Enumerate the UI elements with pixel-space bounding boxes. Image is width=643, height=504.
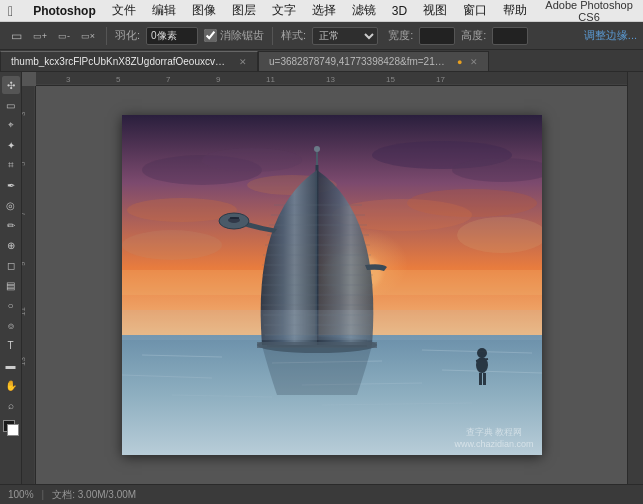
svg-text:3: 3 [22,111,27,116]
style-select[interactable]: 正常 固定比例 固定大小 [312,27,378,45]
menu-bar:  Photoshop 文件 编辑 图像 图层 文字 选择 滤镜 3D 视图 窗… [0,0,643,22]
svg-point-22 [202,148,302,172]
menu-help[interactable]: 帮助 [503,2,527,19]
tab-2-close[interactable]: ✕ [470,57,478,67]
tool-zoom[interactable]: ⌕ [2,396,20,414]
right-panel [627,72,643,484]
svg-point-62 [314,146,320,152]
svg-rect-63 [257,342,377,348]
svg-rect-66 [479,373,482,385]
svg-text:7: 7 [22,211,27,216]
toolbar-mode-icons: ▭ ▭+ ▭- ▭× [6,26,98,46]
toolbar-new-icon[interactable]: ▭ [6,26,26,46]
divider-2 [272,27,273,45]
menu-window[interactable]: 窗口 [463,2,487,19]
menu-select[interactable]: 选择 [312,2,336,19]
tool-lasso[interactable]: ⌖ [2,116,20,134]
tool-eyedropper[interactable]: ✒ [2,176,20,194]
svg-text:11: 11 [22,307,27,316]
tool-crop[interactable]: ⌗ [2,156,20,174]
app-title: Adobe Photoshop CS6 [543,0,635,23]
status-bar: 100% | 文档: 3.00M/3.00M [0,484,643,504]
width-input[interactable] [419,27,455,45]
apple-logo-icon[interactable]:  [8,3,13,19]
burj-scene-image [122,115,542,455]
svg-text:9: 9 [22,261,27,266]
menu-view[interactable]: 视图 [423,2,447,19]
svg-text:17: 17 [436,75,445,84]
document-viewport[interactable]: 查字典 教程网 www.chazidian.com [36,86,627,484]
svg-text:15: 15 [386,75,395,84]
antialias-label: 消除锯齿 [204,28,264,43]
svg-text:5: 5 [22,161,27,166]
toolbar-intersect-icon[interactable]: ▭× [78,26,98,46]
svg-text:13: 13 [22,357,27,366]
options-bar: ▭ ▭+ ▭- ▭× 羽化: 消除锯齿 样式: 正常 固定比例 固定大小 宽度:… [0,22,643,50]
svg-text:9: 9 [216,75,221,84]
tab-1[interactable]: thumb_kcx3rcFlPcUbKnX8ZUgdorrafOeouxcvP2… [0,51,258,71]
menu-image[interactable]: 图像 [192,2,216,19]
tool-text[interactable]: T [2,336,20,354]
canvas-area: // ticks rendered via static SVG below 3… [22,72,627,484]
tab-2-label: u=3682878749,41773398428&fm=21&gp=0.jpg … [269,56,449,67]
style-label: 样式: [281,28,306,43]
tool-magic-wand[interactable]: ✦ [2,136,20,154]
height-label: 高度: [461,28,486,43]
tool-eraser[interactable]: ◻ [2,256,20,274]
svg-rect-69 [122,310,542,340]
divider-1 [106,27,107,45]
tool-pen[interactable]: ⌾ [2,316,20,334]
tool-shapes[interactable]: ▬ [2,356,20,374]
svg-point-30 [122,230,222,260]
menu-file[interactable]: 文件 [112,2,136,19]
tool-clone[interactable]: ⊕ [2,236,20,254]
left-toolbar: ✣ ▭ ⌖ ✦ ⌗ ✒ ◎ ✏ ⊕ ◻ ▤ ○ ⌾ T ▬ ✋ ⌕ [0,72,22,484]
height-input[interactable] [492,27,528,45]
svg-text:3: 3 [66,75,71,84]
tool-move[interactable]: ✣ [2,76,20,94]
toolbar-sub-icon[interactable]: ▭- [54,26,74,46]
tool-dodge[interactable]: ○ [2,296,20,314]
tool-hand[interactable]: ✋ [2,376,20,394]
ruler-horizontal: // ticks rendered via static SVG below 3… [36,72,627,86]
svg-text:5: 5 [116,75,121,84]
feather-label: 羽化: [115,28,140,43]
main-area: ✣ ▭ ⌖ ✦ ⌗ ✒ ◎ ✏ ⊕ ◻ ▤ ○ ⌾ T ▬ ✋ ⌕ // tic… [0,72,643,484]
svg-text:7: 7 [166,75,171,84]
menu-filter[interactable]: 滤镜 [352,2,376,19]
tool-gradient[interactable]: ▤ [2,276,20,294]
menu-3d[interactable]: 3D [392,4,407,18]
tool-marquee[interactable]: ▭ [2,96,20,114]
document-info: 文档: 3.00M/3.00M [52,488,136,502]
status-divider: | [42,489,45,500]
menu-layer[interactable]: 图层 [232,2,256,19]
antialias-checkbox[interactable] [204,29,217,42]
tab-bar: thumb_kcx3rcFlPcUbKnX8ZUgdorrafOeouxcvP2… [0,50,643,72]
svg-text:13: 13 [326,75,335,84]
fg-color-swatch[interactable] [3,420,19,436]
menu-edit[interactable]: 编辑 [152,2,176,19]
menu-photoshop[interactable]: Photoshop [33,4,96,18]
feather-input[interactable] [146,27,198,45]
tab-2[interactable]: u=3682878749,41773398428&fm=21&gp=0.jpg … [258,51,489,71]
tab-1-label: thumb_kcx3rcFlPcUbKnX8ZUgdorrafOeouxcvP2… [11,55,231,69]
svg-rect-67 [483,373,486,385]
tool-brush[interactable]: ✏ [2,216,20,234]
tab-2-modified-icon: ● [457,57,462,67]
zoom-level: 100% [8,489,34,500]
adjust-edges-btn[interactable]: 调整边缘... [584,28,637,43]
svg-text:11: 11 [266,75,275,84]
tool-spot-heal[interactable]: ◎ [2,196,20,214]
width-label: 宽度: [388,28,413,43]
svg-rect-10 [22,86,36,484]
ps-canvas-frame: 查字典 教程网 www.chazidian.com [122,115,542,455]
toolbar-add-icon[interactable]: ▭+ [30,26,50,46]
menu-text[interactable]: 文字 [272,2,296,19]
ruler-vertical: 3 5 7 9 11 13 [22,86,36,484]
svg-point-65 [477,348,487,358]
tab-1-close[interactable]: ✕ [239,57,247,67]
